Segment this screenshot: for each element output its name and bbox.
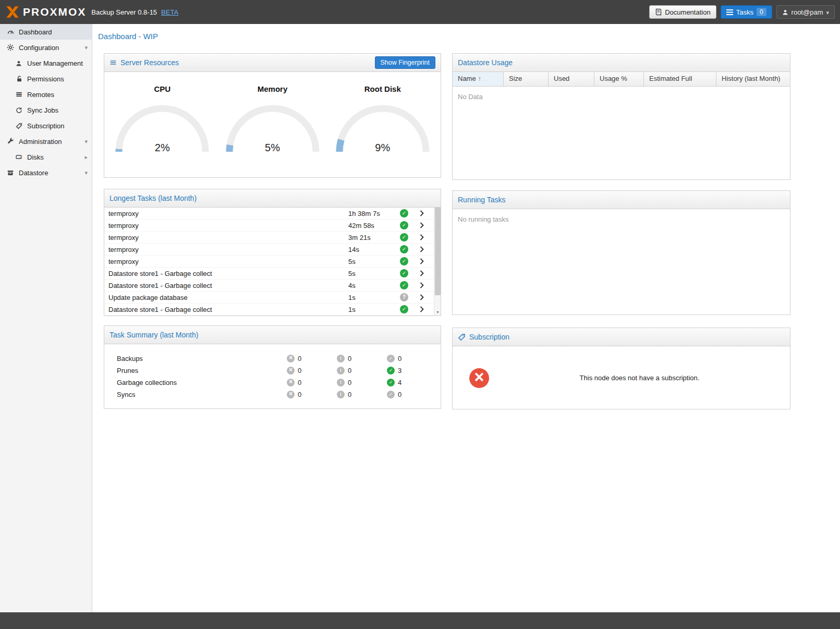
- task-row[interactable]: termproxy 3m 21s: [104, 232, 434, 244]
- server-resources-header: Server Resources Show Fingerprint: [104, 54, 441, 72]
- task-ok-icon: [400, 269, 408, 277]
- sidebar-item-user-management[interactable]: User Management: [0, 55, 92, 71]
- ok-count: 0: [398, 355, 401, 362]
- cpu-gauge: CPU 2%: [110, 84, 214, 178]
- warning-count: 0: [348, 379, 351, 386]
- ok-count: 0: [398, 391, 401, 398]
- chevron-right-icon[interactable]: [413, 282, 431, 288]
- no-subscription-icon: [469, 368, 489, 388]
- warning-count-icon: [337, 355, 345, 362]
- task-row[interactable]: termproxy 42m 58s: [104, 220, 434, 232]
- task-ok-icon: [400, 305, 408, 313]
- error-count-icon: [287, 367, 295, 374]
- task-row[interactable]: Datastore store1 - Garbage collect 1s: [104, 304, 434, 316]
- gauge-value: 5%: [223, 142, 322, 154]
- user-icon: [15, 60, 23, 67]
- user-menu-button[interactable]: root@pam: [776, 5, 835, 19]
- page-title: Dashboard - WIP: [92, 32, 840, 41]
- scrollbar[interactable]: [434, 208, 441, 316]
- task-name: Update package database: [108, 294, 348, 301]
- wrench-icon: [6, 138, 15, 145]
- chevron-down-icon[interactable]: [82, 138, 88, 145]
- chevron-right-icon[interactable]: [413, 246, 431, 252]
- task-name: Datastore store1 - Garbage collect: [108, 306, 348, 313]
- summary-label: Backups: [104, 355, 287, 362]
- task-row[interactable]: Datastore store1 - Garbage collect 4s: [104, 280, 434, 292]
- sidebar-item-sync-jobs[interactable]: Sync Jobs: [0, 102, 92, 118]
- column-header-estimated-full[interactable]: Estimated Full: [644, 72, 716, 86]
- chevron-right-icon[interactable]: [413, 294, 431, 300]
- chevron-right-icon[interactable]: [413, 222, 431, 228]
- beta-link[interactable]: BETA: [161, 8, 178, 16]
- sidebar-item-label: Administration: [19, 138, 82, 146]
- error-count: 0: [298, 391, 301, 398]
- subscription-panel: Subscription This node does not have a s…: [452, 328, 790, 409]
- task-duration: 1s: [348, 306, 395, 313]
- server-resources-icon: [109, 59, 117, 66]
- scrollbar-thumb[interactable]: [435, 208, 441, 295]
- column-header-size[interactable]: Size: [504, 72, 549, 86]
- show-fingerprint-button[interactable]: Show Fingerprint: [375, 56, 436, 69]
- subscription-body: This node does not have a subscription.: [453, 346, 790, 409]
- column-header-history[interactable]: History (last Month): [716, 72, 790, 86]
- task-summary-panel: Task Summary (last Month) Backups 0 0 0 …: [104, 325, 441, 409]
- task-duration: 1s: [348, 294, 395, 301]
- chevron-down-icon[interactable]: [82, 44, 88, 51]
- memory-gauge: Memory 5%: [221, 84, 325, 178]
- sidebar-item-subscription[interactable]: Subscription: [0, 118, 92, 134]
- sidebar-item-permissions[interactable]: Permissions: [0, 71, 92, 87]
- summary-row: Backups 0 0 0: [104, 353, 441, 365]
- sidebar-item-remotes[interactable]: Remotes: [0, 87, 92, 102]
- task-row[interactable]: termproxy 14s: [104, 244, 434, 256]
- hdd-icon: [15, 154, 23, 160]
- chevron-right-icon[interactable]: [413, 306, 431, 312]
- panel-title: Running Tasks: [458, 196, 506, 204]
- error-count-icon: [287, 355, 295, 362]
- sidebar-item-administration[interactable]: Administration: [0, 134, 92, 149]
- chevron-right-icon[interactable]: [413, 258, 431, 264]
- task-name: termproxy: [108, 258, 348, 265]
- scrollbar-down-button[interactable]: [434, 308, 441, 316]
- sort-ascending-icon: [476, 75, 481, 82]
- chevron-right-icon[interactable]: [413, 210, 431, 216]
- chevron-right-icon[interactable]: [413, 270, 431, 276]
- task-duration: 5s: [348, 270, 395, 277]
- longest-tasks-list: termproxy 1h 38m 7s termproxy 42m 58s: [104, 208, 441, 316]
- datastore-usage-header: Datastore Usage: [453, 54, 790, 72]
- summary-label: Prunes: [104, 367, 287, 374]
- ok-count: 4: [398, 379, 401, 386]
- server-resources-panel: Server Resources Show Fingerprint CPU: [104, 53, 441, 178]
- task-row[interactable]: Datastore store1 - Garbage collect 5s: [104, 268, 434, 280]
- column-header-used[interactable]: Used: [549, 72, 594, 86]
- documentation-button[interactable]: Documentation: [649, 5, 716, 19]
- gear-icon: [6, 44, 15, 51]
- chevron-right-icon[interactable]: [82, 154, 88, 161]
- chevron-down-icon[interactable]: [82, 170, 88, 176]
- tasks-count-badge: 0: [757, 8, 766, 16]
- sidebar-item-dashboard[interactable]: Dashboard: [0, 24, 92, 40]
- sidebar-item-configuration[interactable]: Configuration: [0, 40, 92, 55]
- sidebar-item-label: Sync Jobs: [27, 106, 88, 114]
- error-count: 0: [298, 367, 301, 374]
- column-header-usage[interactable]: Usage %: [594, 72, 644, 86]
- task-row[interactable]: Update package database 1s: [104, 292, 434, 304]
- unlock-icon: [15, 75, 23, 82]
- sidebar-item-disks[interactable]: Disks: [0, 149, 92, 165]
- dashboard-gauge-icon: [6, 28, 15, 35]
- column-header-name[interactable]: Name: [453, 72, 504, 86]
- sidebar-item-datastore[interactable]: Datastore: [0, 165, 92, 180]
- no-data-text: No Data: [453, 87, 790, 107]
- panel-title: Task Summary (last Month): [109, 331, 198, 339]
- task-row[interactable]: termproxy 1h 38m 7s: [104, 208, 434, 220]
- chevron-right-icon[interactable]: [413, 234, 431, 240]
- tasks-button[interactable]: Tasks 0: [721, 5, 772, 19]
- task-unknown-icon: [400, 293, 408, 301]
- server-list-icon: [15, 91, 23, 98]
- warning-count: 0: [348, 367, 351, 374]
- ok-count: 3: [398, 367, 401, 374]
- task-row[interactable]: termproxy 5s: [104, 256, 434, 268]
- task-name: Datastore store1 - Garbage collect: [108, 282, 348, 289]
- sidebar-item-label: Subscription: [27, 122, 88, 130]
- product-version: Backup Server 0.8-15: [91, 8, 157, 16]
- error-count-icon: [287, 379, 295, 386]
